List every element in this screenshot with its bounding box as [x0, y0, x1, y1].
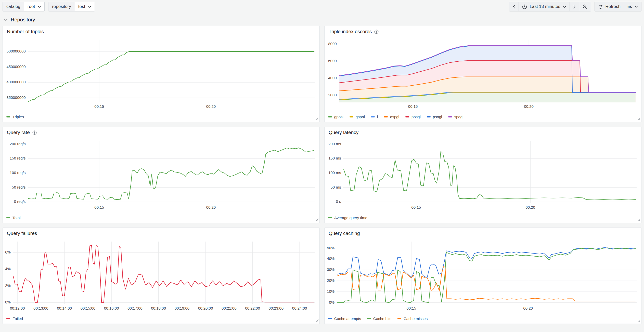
time-range-picker[interactable]: Last 13 minutes	[519, 2, 570, 11]
variable-repository-select[interactable]: test	[75, 2, 95, 11]
legend-swatch	[427, 116, 431, 117]
panel-header: Triple index oscores	[325, 26, 641, 34]
variable-catalog-value: root	[28, 4, 35, 9]
legend-item[interactable]: gspoi	[350, 115, 365, 119]
zoom-out-button[interactable]	[579, 2, 591, 11]
panel-query-latency: Query latency 0 s50 ms100 ms150 ms200 ms…	[324, 127, 641, 223]
legend-item[interactable]: Average query time	[328, 216, 367, 220]
time-picker-group: Last 13 minutes	[509, 2, 591, 11]
svg-text:00:21:00: 00:21:00	[222, 306, 236, 310]
svg-text:00:20: 00:20	[526, 205, 535, 209]
panel-resize-handle[interactable]	[315, 217, 319, 222]
svg-text:00:19:00: 00:19:00	[175, 306, 189, 310]
svg-text:4%: 4%	[5, 267, 11, 271]
svg-text:50 req/s: 50 req/s	[12, 185, 25, 189]
variable-catalog-select[interactable]: root	[24, 2, 44, 11]
svg-text:00:23:00: 00:23:00	[269, 306, 284, 310]
svg-text:00:12:00: 00:12:00	[10, 306, 25, 310]
legend-item[interactable]: gposi	[328, 115, 343, 119]
chart-legend: Failed	[6, 316, 23, 321]
chart-legend: Total	[6, 216, 21, 220]
section-title: Repository	[11, 17, 35, 23]
time-series-chart[interactable]: 200040006000800000:1500:20	[326, 37, 639, 110]
legend-label: Average query time	[334, 216, 367, 220]
refresh-label: Refresh	[606, 4, 621, 9]
svg-text:00:22:00: 00:22:00	[245, 306, 260, 310]
section-header-repository[interactable]: Repository	[0, 13, 39, 26]
legend-item[interactable]: posgi	[405, 115, 421, 119]
legend-item[interactable]: ospgi	[384, 115, 399, 119]
variable-repository: repository test	[48, 2, 95, 11]
legend-item[interactable]: Failed	[6, 316, 23, 321]
legend-item[interactable]: psogi	[427, 115, 442, 119]
time-series-chart[interactable]: 0 s50 ms100 ms150 ms200 ms00:1500:20	[326, 138, 639, 210]
legend-swatch	[371, 116, 375, 117]
variable-repository-value: test	[78, 4, 85, 9]
legend-item[interactable]: i	[371, 115, 378, 119]
legend-swatch	[384, 116, 388, 117]
time-series-chart[interactable]: 0 req/s50 req/s100 req/s150 req/s200 req…	[4, 138, 317, 210]
panel-resize-handle[interactable]	[315, 318, 319, 323]
legend-label: Total	[12, 216, 21, 220]
time-series-chart[interactable]: 35000000040000000045000000050000000000:1…	[4, 37, 317, 110]
legend-item[interactable]: Cache misses	[397, 316, 428, 321]
legend-item[interactable]: Cache attempts	[328, 316, 361, 321]
chevron-down-icon	[635, 6, 638, 8]
chevron-down-icon	[88, 6, 91, 8]
svg-text:00:15: 00:15	[94, 205, 104, 209]
time-series-chart[interactable]: 0%10%20%30%40%50%00:1500:20	[326, 238, 639, 311]
time-controls: Last 13 minutes Refresh	[509, 2, 641, 11]
panel-title: Triple index oscores	[329, 29, 372, 34]
panel-resize-handle[interactable]	[315, 116, 319, 121]
svg-text:2%: 2%	[5, 283, 11, 288]
time-shift-forward-button[interactable]	[570, 2, 579, 11]
zoom-out-icon	[583, 4, 587, 9]
time-series-chart[interactable]: 0%2%4%6%00:12:0000:13:0000:14:0000:15:00…	[4, 238, 317, 311]
info-icon[interactable]	[374, 30, 379, 34]
legend-label: ospgi	[390, 115, 399, 119]
svg-text:50%: 50%	[327, 246, 334, 250]
svg-text:6000: 6000	[328, 59, 337, 63]
clock-icon	[522, 4, 527, 9]
svg-text:00:15: 00:15	[411, 205, 421, 209]
svg-text:4000: 4000	[328, 76, 337, 80]
legend-label: spogi	[454, 115, 463, 119]
legend-label: gposi	[334, 115, 343, 119]
panel-header: Query caching	[325, 228, 641, 235]
legend-label: Cache hits	[373, 316, 391, 321]
panel-resize-handle[interactable]	[637, 318, 640, 323]
svg-text:0 s: 0 s	[336, 199, 341, 204]
time-shift-back-button[interactable]	[509, 2, 519, 11]
legend-item[interactable]: Triples	[6, 115, 24, 119]
panel-number-of-triples: Number of triples 3500000004000000004500…	[3, 26, 320, 122]
info-icon[interactable]	[32, 130, 37, 135]
variable-catalog-label: catalog	[3, 2, 24, 11]
svg-text:10%: 10%	[327, 289, 334, 294]
toolbar: catalog root repository test	[0, 0, 644, 13]
svg-text:2000: 2000	[328, 93, 337, 97]
svg-text:00:20: 00:20	[524, 104, 534, 109]
svg-text:500000000: 500000000	[7, 49, 26, 53]
legend-swatch	[6, 217, 10, 218]
svg-text:00:15:00: 00:15:00	[81, 306, 95, 310]
legend-item[interactable]: Total	[6, 216, 21, 220]
legend-item[interactable]: spogi	[448, 115, 463, 119]
refresh-icon	[598, 4, 603, 9]
panel-resize-handle[interactable]	[637, 116, 640, 121]
chart-legend: Triples	[6, 115, 24, 119]
svg-text:150 req/s: 150 req/s	[10, 156, 26, 160]
svg-text:6%: 6%	[5, 250, 11, 254]
svg-text:00:15: 00:15	[408, 104, 418, 109]
panel-title: Query latency	[329, 130, 358, 135]
legend-label: posgi	[411, 115, 421, 119]
refresh-interval-select[interactable]: 5s	[624, 2, 641, 11]
legend-label: psogi	[433, 115, 442, 119]
svg-text:0%: 0%	[329, 300, 335, 304]
refresh-button[interactable]: Refresh	[595, 2, 624, 11]
legend-swatch	[350, 116, 353, 117]
legend-swatch	[328, 318, 332, 319]
legend-item[interactable]: Cache hits	[367, 316, 391, 321]
panel-header: Query latency	[325, 127, 641, 135]
panel-resize-handle[interactable]	[637, 217, 640, 222]
refresh-group: Refresh 5s	[595, 2, 642, 11]
